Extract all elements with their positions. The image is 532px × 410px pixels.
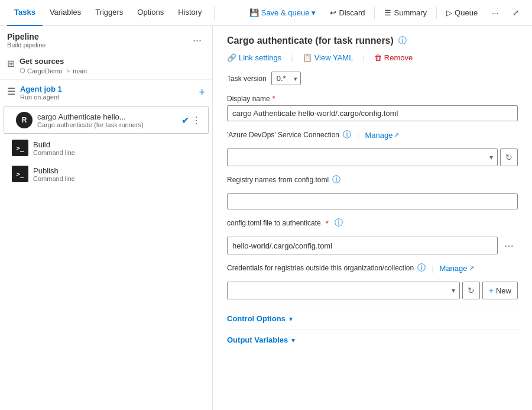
credentials-select[interactable] bbox=[227, 282, 460, 299]
config-toml-row: config.toml file to authenticate * ⓘ ⋯ bbox=[227, 218, 518, 254]
build-task-icon-wrapper: >_ bbox=[12, 140, 28, 156]
display-name-input[interactable] bbox=[227, 105, 518, 121]
pipeline-more-button[interactable]: ··· bbox=[189, 33, 205, 48]
save-queue-button[interactable]: 💾 Save & queue ▾ bbox=[244, 6, 322, 20]
config-toml-input[interactable] bbox=[227, 237, 498, 254]
cargo-task-icon: R bbox=[22, 116, 27, 124]
task-version-label: Task version bbox=[227, 75, 267, 83]
left-panel: Pipeline Build pipeline ··· ⊞ Get source… bbox=[0, 26, 213, 410]
task-check-icon: ✔ bbox=[181, 115, 189, 126]
get-sources-section: ⊞ Get sources ⬡ CargoDemo ⑂ main bbox=[0, 52, 212, 80]
publish-task-info: Publish Command line bbox=[33, 166, 205, 182]
credentials-row: Credentials for registries outside this … bbox=[227, 263, 518, 299]
service-connection-label: 'Azure DevOps' Service Connection bbox=[227, 131, 339, 139]
more-actions-button[interactable]: ··· bbox=[486, 6, 504, 20]
expand-icon: ⤢ bbox=[512, 8, 519, 17]
task-item-build[interactable]: >_ Build Command line bbox=[0, 135, 212, 161]
credentials-manage-external-icon: ↗ bbox=[469, 264, 474, 272]
discard-icon: ↩ bbox=[330, 8, 336, 17]
save-icon: 💾 bbox=[249, 8, 259, 17]
cargo-task-title: cargo Authenticate hello... bbox=[37, 112, 177, 121]
registry-names-info-icon[interactable]: ⓘ bbox=[332, 175, 340, 185]
task-info-icon[interactable]: ⓘ bbox=[398, 35, 407, 46]
build-task-subtitle: Command line bbox=[33, 149, 205, 156]
service-connection-manage-link[interactable]: Manage ↗ bbox=[365, 131, 399, 140]
registry-names-input[interactable] bbox=[227, 193, 518, 209]
tab-history[interactable]: History bbox=[171, 0, 209, 26]
credentials-info-icon[interactable]: ⓘ bbox=[417, 263, 426, 273]
task-item-publish[interactable]: >_ Publish Command line bbox=[0, 161, 212, 187]
discard-button[interactable]: ↩ Discard bbox=[324, 6, 371, 20]
config-toml-browse-button[interactable]: ⋯ bbox=[500, 237, 518, 254]
credentials-select-wrapper: ▾ bbox=[227, 282, 460, 299]
service-connection-select[interactable] bbox=[227, 148, 498, 166]
credentials-refresh-icon: ↻ bbox=[468, 286, 475, 295]
task-version-select[interactable]: 0.* bbox=[271, 72, 301, 85]
branch-name: main bbox=[73, 67, 87, 75]
nav-divider bbox=[214, 6, 215, 20]
pipeline-header: Pipeline Build pipeline ··· bbox=[0, 26, 212, 52]
get-sources-icon: ⊞ bbox=[7, 58, 15, 69]
agent-job-subtitle: Run on agent bbox=[20, 93, 62, 101]
cargo-task-subtitle: Cargo authenticate (for task runners) bbox=[37, 121, 177, 128]
branch-icon: ⑂ bbox=[67, 67, 71, 75]
credentials-manage-link[interactable]: Manage ↗ bbox=[440, 264, 474, 273]
repo-name: CargoDemo bbox=[27, 67, 62, 75]
view-yaml-link[interactable]: 📋 View YAML bbox=[303, 53, 353, 62]
service-connection-dropdown-wrapper: ▾ ↻ bbox=[227, 148, 518, 166]
control-options-chevron-icon: ▾ bbox=[289, 315, 293, 323]
refresh-icon: ↻ bbox=[505, 153, 512, 162]
remove-link[interactable]: 🗑 Remove bbox=[374, 53, 413, 62]
service-connection-select-wrapper: ▾ bbox=[227, 148, 498, 166]
agent-job-info: Agent job 1 Run on agent bbox=[20, 85, 62, 101]
control-options-title: Control Options bbox=[227, 314, 286, 323]
task-item-cargo-authenticate[interactable]: R cargo Authenticate hello... Cargo auth… bbox=[4, 106, 209, 134]
cargo-task-icon-wrapper: R bbox=[16, 112, 33, 128]
publish-task-subtitle: Command line bbox=[33, 175, 205, 182]
add-task-button[interactable]: + bbox=[199, 86, 205, 99]
credentials-pipe: | bbox=[432, 264, 433, 273]
task-links-row: 🔗 Link settings | 📋 View YAML | 🗑 Remove bbox=[227, 53, 518, 62]
pipeline-subtitle: Build pipeline bbox=[7, 41, 46, 49]
task-version-wrapper: 0.* ▾ bbox=[271, 72, 301, 85]
tab-options[interactable]: Options bbox=[130, 0, 171, 26]
view-yaml-icon: 📋 bbox=[303, 53, 312, 62]
cargo-task-info: cargo Authenticate hello... Cargo authen… bbox=[37, 112, 177, 128]
output-variables-chevron-icon: ▾ bbox=[291, 336, 295, 344]
credentials-new-button[interactable]: + New bbox=[482, 282, 518, 299]
config-toml-info-icon[interactable]: ⓘ bbox=[335, 218, 343, 228]
service-connection-refresh-button[interactable]: ↻ bbox=[500, 148, 518, 166]
config-toml-required: * bbox=[326, 219, 329, 228]
publish-task-icon: >_ bbox=[16, 170, 24, 178]
credentials-label: Credentials for registries outside this … bbox=[227, 264, 414, 272]
tab-variables[interactable]: Variables bbox=[43, 0, 88, 26]
link-settings-link[interactable]: 🔗 Link settings bbox=[227, 53, 281, 62]
expand-button[interactable]: ⤢ bbox=[507, 6, 525, 20]
service-connection-info-icon[interactable]: ⓘ bbox=[343, 130, 351, 140]
nav-tabs: Tasks Variables Triggers Options History bbox=[7, 0, 209, 26]
summary-icon: ☰ bbox=[384, 8, 391, 17]
tab-triggers[interactable]: Triggers bbox=[88, 0, 130, 26]
config-toml-label-row: config.toml file to authenticate * ⓘ bbox=[227, 218, 518, 228]
repo-item: ⬡ CargoDemo bbox=[20, 67, 62, 75]
task-main-title: Cargo authenticate (for task runners) bbox=[227, 35, 394, 46]
save-dropdown-icon: ▾ bbox=[312, 8, 316, 17]
summary-button[interactable]: ☰ Summary bbox=[378, 6, 433, 20]
link-settings-icon: 🔗 bbox=[227, 53, 236, 62]
cargo-task-actions: ✔ ⋮ bbox=[181, 115, 201, 126]
build-task-info: Build Command line bbox=[33, 140, 205, 156]
registry-names-label-row: Registry names from config.toml ⓘ bbox=[227, 175, 518, 185]
control-options-section[interactable]: Control Options ▾ bbox=[227, 308, 518, 329]
cargo-task-more-button[interactable]: ⋮ bbox=[192, 115, 201, 126]
get-sources-info: Get sources ⬡ CargoDemo ⑂ main bbox=[20, 57, 205, 75]
get-sources-title: Get sources bbox=[20, 57, 205, 66]
task-version-row: Task version 0.* ▾ bbox=[227, 72, 518, 85]
tab-tasks[interactable]: Tasks bbox=[7, 0, 43, 26]
display-name-label: Display name * bbox=[227, 95, 518, 103]
output-variables-section[interactable]: Output Variables ▾ bbox=[227, 329, 518, 350]
display-name-required: * bbox=[273, 95, 275, 103]
credentials-refresh-button[interactable]: ↻ bbox=[462, 282, 480, 299]
queue-button[interactable]: ▷ Queue bbox=[440, 6, 484, 20]
top-navigation: Tasks Variables Triggers Options History… bbox=[0, 0, 532, 26]
config-toml-label: config.toml file to authenticate bbox=[227, 219, 321, 227]
